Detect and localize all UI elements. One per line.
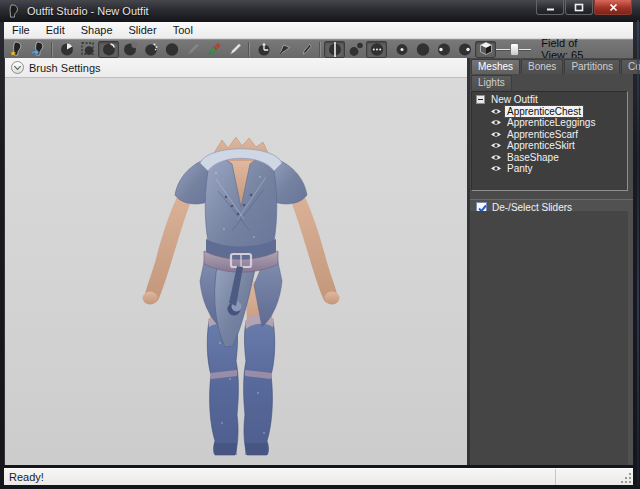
brush-settings-label: Brush Settings: [29, 62, 101, 74]
eye-icon[interactable]: [490, 153, 502, 162]
move-brush-icon[interactable]: [140, 41, 161, 58]
status-section-right: [556, 469, 633, 485]
side-panel: Meshes Bones Partitions Colors Lights Ne…: [470, 58, 633, 465]
brush-settings-pane[interactable]: Brush Settings: [5, 58, 467, 78]
deflate-brush-icon[interactable]: [119, 41, 140, 58]
mask-brush-icon[interactable]: [56, 41, 77, 58]
brush-dot-right-icon[interactable]: [454, 41, 475, 58]
tree-item-panty[interactable]: Panty: [476, 163, 627, 175]
toolbar-separator: [319, 42, 321, 57]
pin-tool-icon[interactable]: [274, 41, 295, 58]
alpha-brush-icon[interactable]: [224, 41, 245, 58]
tab-meshes[interactable]: Meshes: [471, 59, 520, 74]
menu-tool[interactable]: Tool: [165, 23, 201, 37]
viewport-3d[interactable]: Brush Settings: [5, 58, 467, 465]
tabs-row-2: Lights: [470, 74, 633, 90]
color-brush-icon[interactable]: [203, 41, 224, 58]
close-button[interactable]: [594, 0, 632, 15]
collapse-chevron-icon[interactable]: [11, 61, 24, 74]
toolbar-separator: [248, 42, 250, 57]
tree-root[interactable]: New Outfit: [476, 94, 627, 106]
x-mirror-icon[interactable]: [324, 41, 345, 58]
global-collision-icon[interactable]: [366, 41, 387, 58]
title-bar[interactable]: Outfit Studio - New Outfit: [0, 0, 640, 22]
tree-item-apprenticeleggings[interactable]: ApprenticeLeggings: [476, 117, 627, 129]
transform-tool-icon[interactable]: [253, 41, 274, 58]
tree-root-label: New Outfit: [489, 94, 540, 105]
menu-file[interactable]: File: [4, 23, 38, 37]
outfit-model: [130, 133, 352, 456]
new-project-icon[interactable]: [6, 41, 27, 58]
collapse-expander-icon[interactable]: [476, 95, 485, 104]
weight-brush-icon[interactable]: [182, 41, 203, 58]
brush-solid-icon[interactable]: [412, 41, 433, 58]
eye-icon[interactable]: [490, 141, 502, 150]
maximize-button[interactable]: [565, 0, 593, 15]
menu-slider[interactable]: Slider: [121, 23, 165, 37]
fov-slider-thumb[interactable]: [510, 43, 519, 56]
smooth-brush-icon[interactable]: [161, 41, 182, 58]
status-text: Ready!: [9, 471, 44, 483]
tree-item-apprenticescarf[interactable]: ApprenticeScarf: [476, 129, 627, 141]
fov-slider[interactable]: [496, 43, 531, 56]
tree-item-apprenticechest[interactable]: ApprenticeChest: [476, 106, 627, 118]
connected-only-icon[interactable]: [345, 41, 366, 58]
marquee-mask-icon[interactable]: [77, 41, 98, 58]
brush-dot-left-icon[interactable]: [433, 41, 454, 58]
tree-item-apprenticeskirt[interactable]: ApprenticeSkirt: [476, 140, 627, 152]
tab-bones[interactable]: Bones: [521, 59, 563, 74]
tab-partitions[interactable]: Partitions: [564, 59, 620, 74]
minimize-button[interactable]: [536, 0, 564, 15]
eye-icon[interactable]: [490, 164, 502, 173]
window-title: Outfit Studio - New Outfit: [27, 5, 149, 17]
tab-lights[interactable]: Lights: [471, 75, 512, 90]
menu-shape[interactable]: Shape: [73, 23, 121, 37]
app-icon: [7, 4, 21, 18]
status-bar: Ready!: [4, 468, 633, 485]
eye-icon[interactable]: [490, 107, 502, 116]
tree-item-baseshape[interactable]: BaseShape: [476, 152, 627, 164]
inflate-brush-icon[interactable]: [98, 41, 119, 58]
outfit-studio-window: Outfit Studio - New Outfit File Edit Sha…: [0, 0, 640, 489]
edit-vertices-icon[interactable]: [295, 41, 316, 58]
sliders-scrollbar[interactable]: [628, 211, 633, 465]
main-area: Brush Settings: [4, 58, 633, 465]
toolbar: Field of View: 65: [4, 39, 633, 58]
sliders-panel[interactable]: [470, 211, 628, 465]
tabs-row-1: Meshes Bones Partitions Colors: [470, 58, 633, 74]
load-project-icon[interactable]: [27, 41, 48, 58]
brush-dot-center-icon[interactable]: [391, 41, 412, 58]
toolbar-separator: [51, 42, 53, 57]
meshes-tree: New Outfit ApprenticeChest ApprenticeLeg…: [471, 91, 628, 191]
perspective-cube-icon[interactable]: [475, 41, 496, 58]
eye-icon[interactable]: [490, 118, 502, 127]
eye-icon[interactable]: [490, 130, 502, 139]
tab-colors[interactable]: Colors: [621, 59, 640, 74]
menu-edit[interactable]: Edit: [38, 23, 73, 37]
resize-grip[interactable]: [621, 473, 632, 484]
